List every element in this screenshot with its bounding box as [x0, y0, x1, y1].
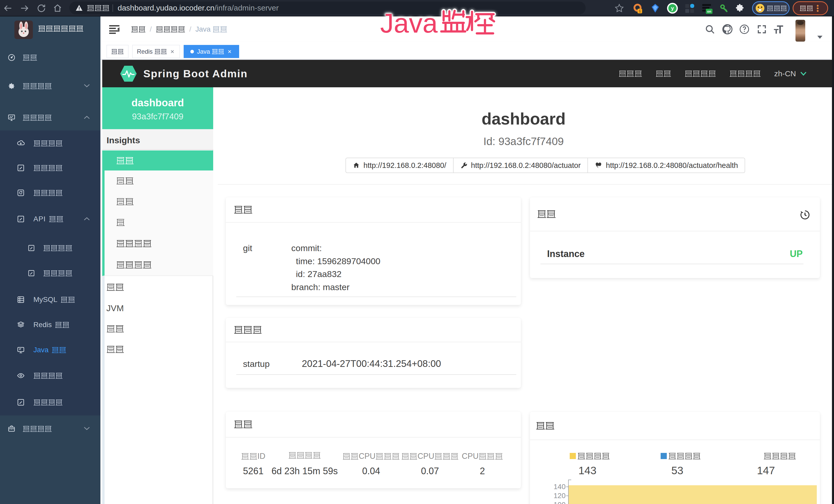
- svg-text:on: on: [707, 9, 711, 13]
- svg-text:y: y: [671, 5, 674, 11]
- svg-text:1: 1: [639, 9, 641, 13]
